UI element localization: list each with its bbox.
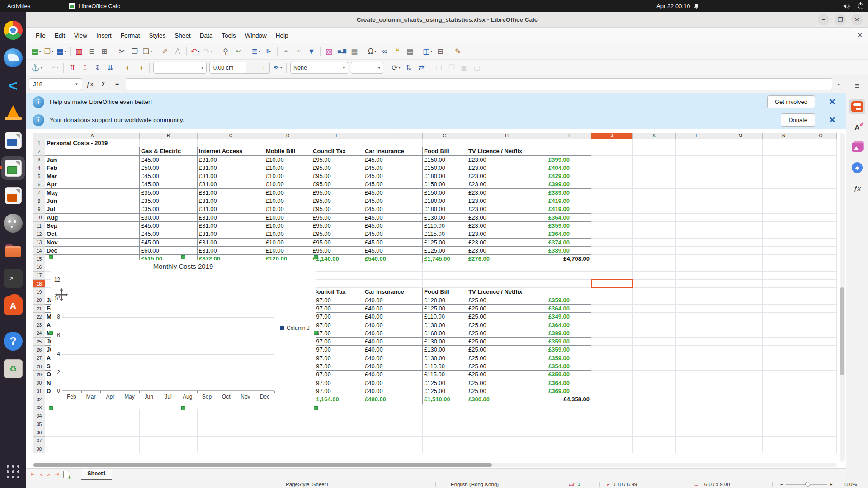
cell-K31[interactable]: [633, 387, 676, 395]
cell-H1[interactable]: [467, 139, 547, 147]
cell-O10[interactable]: [805, 214, 837, 222]
cell-G33[interactable]: [423, 404, 467, 412]
sheet-tab-sheet1[interactable]: Sheet1: [81, 469, 112, 480]
row-header-34[interactable]: 34: [33, 412, 45, 420]
row-header-18[interactable]: 18: [33, 280, 45, 288]
cell-F21[interactable]: £40.00: [363, 305, 423, 313]
print-preview-icon[interactable]: ⊞: [98, 45, 111, 58]
menu-edit[interactable]: Edit: [51, 30, 69, 41]
activities-button[interactable]: Activities: [7, 3, 30, 9]
chart-selection-handle[interactable]: [314, 406, 318, 410]
cell-M12[interactable]: [718, 230, 763, 238]
cell-D10[interactable]: £10.00: [264, 214, 311, 222]
cell-K17[interactable]: [633, 272, 676, 280]
insert-hyperlink-icon[interactable]: ∞: [378, 45, 391, 58]
cell-E24[interactable]: £97.00: [311, 329, 363, 338]
cell-L32[interactable]: [676, 395, 718, 404]
cell-E26[interactable]: £97.00: [311, 346, 363, 354]
new-document-icon[interactable]: ▤▾: [30, 45, 42, 58]
cell-M30[interactable]: [718, 379, 763, 387]
cell-G28[interactable]: £110.00: [423, 362, 467, 371]
cell-H28[interactable]: £25.00: [467, 362, 547, 371]
cell-H21[interactable]: £25.00: [467, 305, 547, 313]
cell-H5[interactable]: £23.00: [467, 172, 547, 180]
align-objects-icon[interactable]: ≡▾: [48, 61, 61, 74]
cell-H36[interactable]: [467, 428, 547, 436]
cell-C10[interactable]: £31.00: [198, 214, 264, 222]
cell-K26[interactable]: [633, 346, 676, 354]
cell-F37[interactable]: [363, 437, 423, 445]
cell-O15[interactable]: [805, 255, 837, 263]
cell-D14[interactable]: £10.00: [264, 247, 311, 255]
cell-G37[interactable]: [423, 437, 467, 445]
cell-O8[interactable]: [805, 197, 837, 205]
cell-H24[interactable]: £25.00: [467, 329, 547, 338]
cell-M21[interactable]: [718, 305, 763, 313]
horizontal-scrollbar[interactable]: [33, 463, 837, 467]
cell-C36[interactable]: [198, 428, 264, 436]
cell-M29[interactable]: [718, 371, 763, 379]
cell-E27[interactable]: £97.00: [311, 354, 363, 362]
cell-D7[interactable]: £10.00: [264, 189, 311, 197]
cell-K24[interactable]: [633, 329, 676, 338]
menu-help[interactable]: Help: [272, 30, 292, 41]
cell-C34[interactable]: [198, 412, 264, 420]
cell-N28[interactable]: [763, 362, 805, 371]
cell-J13[interactable]: [591, 239, 633, 247]
menu-view[interactable]: View: [70, 30, 91, 41]
cell-M33[interactable]: [718, 404, 763, 412]
row-header-24[interactable]: 24: [33, 329, 45, 338]
cell-I32[interactable]: £4,358.00: [547, 395, 591, 404]
cell-B12[interactable]: £45.00: [140, 230, 198, 238]
split-window-icon[interactable]: ⊟: [434, 45, 447, 58]
cell-M27[interactable]: [718, 354, 763, 362]
donate-button[interactable]: Donate: [781, 113, 815, 127]
row-header-21[interactable]: 21: [33, 305, 45, 313]
cell-M19[interactable]: [718, 288, 763, 296]
cell-M5[interactable]: [718, 172, 763, 180]
previous-sheet-icon[interactable]: «: [40, 471, 42, 478]
cell-J29[interactable]: [591, 371, 633, 379]
cell-J1[interactable]: [591, 139, 633, 147]
cell-F35[interactable]: [363, 420, 423, 428]
cell-C35[interactable]: [198, 420, 264, 428]
cell-F17[interactable]: [363, 272, 423, 280]
cell-J8[interactable]: [591, 197, 633, 205]
cell-K20[interactable]: [633, 296, 676, 305]
chart-selection-handle[interactable]: [49, 255, 53, 259]
cell-B14[interactable]: £60.00: [140, 247, 198, 255]
cell-G8[interactable]: £180.00: [423, 197, 467, 205]
freeze-rows-columns-icon[interactable]: ◫▾: [421, 45, 434, 58]
cell-B4[interactable]: £50.00: [140, 164, 198, 172]
cell-E7[interactable]: £95.00: [311, 189, 363, 197]
cell-N32[interactable]: [763, 395, 805, 404]
cell-M16[interactable]: [718, 263, 763, 271]
expand-formula-bar-icon[interactable]: ▾: [834, 82, 843, 87]
cell-F27[interactable]: £40.00: [363, 354, 423, 362]
cell-C9[interactable]: £31.00: [198, 205, 264, 213]
column-header-F[interactable]: F: [363, 133, 423, 139]
cell-K35[interactable]: [633, 420, 676, 428]
cell-L35[interactable]: [676, 420, 718, 428]
cell-E4[interactable]: £95.00: [311, 164, 363, 172]
cell-K8[interactable]: [633, 197, 676, 205]
cell-K23[interactable]: [633, 321, 676, 329]
cell-G3[interactable]: £150.00: [423, 156, 467, 164]
autofilter-icon[interactable]: ▼: [305, 45, 318, 58]
name-box-dropdown-icon[interactable]: ▾: [71, 82, 82, 86]
cell-J11[interactable]: [591, 222, 633, 230]
cell-A10[interactable]: Aug: [45, 214, 140, 222]
cell-F14[interactable]: £45.00: [363, 247, 423, 255]
cell-G22[interactable]: £110.00: [423, 313, 467, 321]
cell-H14[interactable]: £23.00: [467, 247, 547, 255]
cell-B35[interactable]: [140, 420, 198, 428]
cell-J33[interactable]: [591, 404, 633, 412]
cell-K28[interactable]: [633, 362, 676, 371]
cell-K34[interactable]: [633, 412, 676, 420]
line-width[interactable]: 0.00 cm−+: [209, 62, 270, 74]
menu-sheet[interactable]: Sheet: [170, 30, 194, 41]
zoom-out-icon[interactable]: −: [780, 482, 783, 487]
copy-icon[interactable]: ❐: [128, 45, 141, 58]
cell-I38[interactable]: [547, 445, 591, 453]
cell-B34[interactable]: [140, 412, 198, 420]
